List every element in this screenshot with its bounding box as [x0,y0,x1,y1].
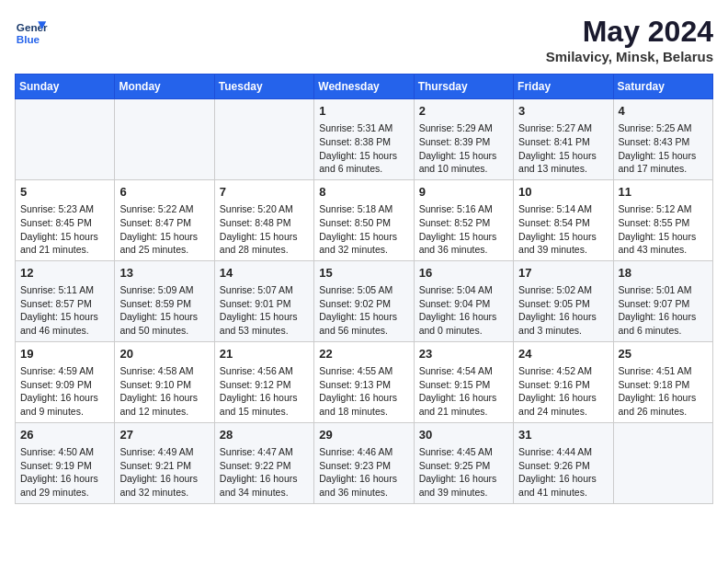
day-info: Sunrise: 5:18 AMSunset: 8:50 PMDaylight:… [319,202,408,257]
calendar-cell: 17Sunrise: 5:02 AMSunset: 9:05 PMDayligh… [514,260,613,341]
header-thursday: Thursday [414,75,513,99]
day-number: 4 [619,103,708,120]
day-info: Sunrise: 4:51 AMSunset: 9:18 PMDaylight:… [619,364,708,419]
calendar-cell: 4Sunrise: 5:25 AMSunset: 8:43 PMDaylight… [613,99,712,180]
calendar-cell: 30Sunrise: 4:45 AMSunset: 9:25 PMDayligh… [414,422,513,503]
day-number: 12 [20,265,109,282]
calendar-cell: 26Sunrise: 4:50 AMSunset: 9:19 PMDayligh… [16,422,115,503]
day-info: Sunrise: 4:59 AMSunset: 9:09 PMDaylight:… [20,364,109,419]
calendar-cell [16,99,115,180]
day-number: 27 [119,427,209,443]
day-info: Sunrise: 5:23 AMSunset: 8:45 PMDaylight:… [20,202,109,257]
calendar-header-row: SundayMondayTuesdayWednesdayThursdayFrid… [16,75,713,99]
month-title: May 2024 [546,15,713,49]
day-number: 24 [518,346,608,362]
day-info: Sunrise: 5:01 AMSunset: 9:07 PMDaylight:… [619,283,708,338]
location-subtitle: Smilavicy, Minsk, Belarus [546,49,713,64]
header-monday: Monday [115,75,214,99]
calendar-cell: 29Sunrise: 4:46 AMSunset: 9:23 PMDayligh… [314,422,414,503]
day-number: 26 [20,427,109,443]
calendar-cell: 5Sunrise: 5:23 AMSunset: 8:45 PMDaylight… [16,179,115,260]
calendar-week-1: 1Sunrise: 5:31 AMSunset: 8:38 PMDaylight… [16,99,713,180]
logo-icon: General Blue [15,15,48,48]
calendar-cell: 28Sunrise: 4:47 AMSunset: 9:22 PMDayligh… [214,422,313,503]
day-number: 18 [619,265,708,282]
day-info: Sunrise: 4:49 AMSunset: 9:21 PMDaylight:… [119,445,209,500]
calendar-cell: 24Sunrise: 4:52 AMSunset: 9:16 PMDayligh… [514,341,613,422]
day-number: 25 [619,346,708,362]
day-info: Sunrise: 5:07 AMSunset: 9:01 PMDaylight:… [220,283,309,338]
calendar-week-5: 26Sunrise: 4:50 AMSunset: 9:19 PMDayligh… [16,422,713,503]
day-info: Sunrise: 5:20 AMSunset: 8:48 PMDaylight:… [220,202,309,257]
day-info: Sunrise: 5:29 AMSunset: 8:39 PMDaylight:… [419,121,508,176]
header-saturday: Saturday [613,75,712,99]
calendar-cell: 12Sunrise: 5:11 AMSunset: 8:57 PMDayligh… [16,260,115,341]
day-number: 5 [20,184,109,201]
header-friday: Friday [514,75,613,99]
calendar-week-2: 5Sunrise: 5:23 AMSunset: 8:45 PMDaylight… [16,179,713,260]
day-info: Sunrise: 5:25 AMSunset: 8:43 PMDaylight:… [619,121,708,176]
calendar-cell: 27Sunrise: 4:49 AMSunset: 9:21 PMDayligh… [115,422,214,503]
day-info: Sunrise: 5:31 AMSunset: 8:38 PMDaylight:… [319,121,408,176]
calendar-cell: 31Sunrise: 4:44 AMSunset: 9:26 PMDayligh… [514,422,613,503]
calendar-cell: 11Sunrise: 5:12 AMSunset: 8:55 PMDayligh… [613,179,712,260]
day-info: Sunrise: 5:05 AMSunset: 9:02 PMDaylight:… [319,283,408,338]
logo: General Blue [15,15,48,48]
day-number: 8 [319,184,408,201]
calendar-cell: 22Sunrise: 4:55 AMSunset: 9:13 PMDayligh… [314,341,414,422]
calendar-cell: 1Sunrise: 5:31 AMSunset: 8:38 PMDaylight… [314,99,414,180]
svg-text:Blue: Blue [17,33,40,45]
calendar-cell: 18Sunrise: 5:01 AMSunset: 9:07 PMDayligh… [613,260,712,341]
calendar-cell: 2Sunrise: 5:29 AMSunset: 8:39 PMDaylight… [414,99,513,180]
day-number: 28 [220,427,309,443]
day-number: 29 [319,427,408,443]
day-info: Sunrise: 4:58 AMSunset: 9:10 PMDaylight:… [119,364,209,419]
day-number: 2 [419,103,508,120]
day-number: 23 [419,346,508,362]
day-info: Sunrise: 4:52 AMSunset: 9:16 PMDaylight:… [518,364,608,419]
day-info: Sunrise: 5:16 AMSunset: 8:52 PMDaylight:… [419,202,508,257]
calendar-cell [613,422,712,503]
day-info: Sunrise: 5:04 AMSunset: 9:04 PMDaylight:… [419,283,508,338]
day-info: Sunrise: 5:22 AMSunset: 8:47 PMDaylight:… [119,202,209,257]
day-number: 14 [220,265,309,282]
header-sunday: Sunday [16,75,115,99]
calendar-cell: 14Sunrise: 5:07 AMSunset: 9:01 PMDayligh… [214,260,313,341]
calendar-cell: 16Sunrise: 5:04 AMSunset: 9:04 PMDayligh… [414,260,513,341]
day-number: 19 [20,346,109,362]
day-number: 30 [419,427,508,443]
day-number: 9 [419,184,508,201]
day-number: 6 [119,184,209,201]
page-header: General Blue May 2024 Smilavicy, Minsk, … [15,15,713,64]
header-wednesday: Wednesday [314,75,414,99]
day-number: 15 [319,265,408,282]
day-info: Sunrise: 5:09 AMSunset: 8:59 PMDaylight:… [119,283,209,338]
day-info: Sunrise: 4:56 AMSunset: 9:12 PMDaylight:… [220,364,309,419]
header-tuesday: Tuesday [214,75,313,99]
calendar-cell: 10Sunrise: 5:14 AMSunset: 8:54 PMDayligh… [514,179,613,260]
calendar-cell [115,99,214,180]
day-number: 20 [119,346,209,362]
day-number: 13 [119,265,209,282]
calendar-table: SundayMondayTuesdayWednesdayThursdayFrid… [15,74,713,504]
day-info: Sunrise: 5:12 AMSunset: 8:55 PMDaylight:… [619,202,708,257]
calendar-cell: 3Sunrise: 5:27 AMSunset: 8:41 PMDaylight… [514,99,613,180]
day-info: Sunrise: 4:44 AMSunset: 9:26 PMDaylight:… [518,445,608,500]
calendar-cell: 20Sunrise: 4:58 AMSunset: 9:10 PMDayligh… [115,341,214,422]
day-number: 31 [518,427,608,443]
calendar-cell: 23Sunrise: 4:54 AMSunset: 9:15 PMDayligh… [414,341,513,422]
day-number: 1 [319,103,408,120]
day-info: Sunrise: 4:46 AMSunset: 9:23 PMDaylight:… [319,445,408,500]
calendar-cell: 6Sunrise: 5:22 AMSunset: 8:47 PMDaylight… [115,179,214,260]
calendar-cell: 21Sunrise: 4:56 AMSunset: 9:12 PMDayligh… [214,341,313,422]
day-info: Sunrise: 4:47 AMSunset: 9:22 PMDaylight:… [220,445,309,500]
calendar-week-4: 19Sunrise: 4:59 AMSunset: 9:09 PMDayligh… [16,341,713,422]
day-info: Sunrise: 5:14 AMSunset: 8:54 PMDaylight:… [518,202,608,257]
day-info: Sunrise: 4:45 AMSunset: 9:25 PMDaylight:… [419,445,508,500]
day-info: Sunrise: 5:02 AMSunset: 9:05 PMDaylight:… [518,283,608,338]
calendar-cell: 9Sunrise: 5:16 AMSunset: 8:52 PMDaylight… [414,179,513,260]
calendar-cell: 7Sunrise: 5:20 AMSunset: 8:48 PMDaylight… [214,179,313,260]
calendar-cell: 25Sunrise: 4:51 AMSunset: 9:18 PMDayligh… [613,341,712,422]
day-number: 16 [419,265,508,282]
title-block: May 2024 Smilavicy, Minsk, Belarus [546,15,713,64]
